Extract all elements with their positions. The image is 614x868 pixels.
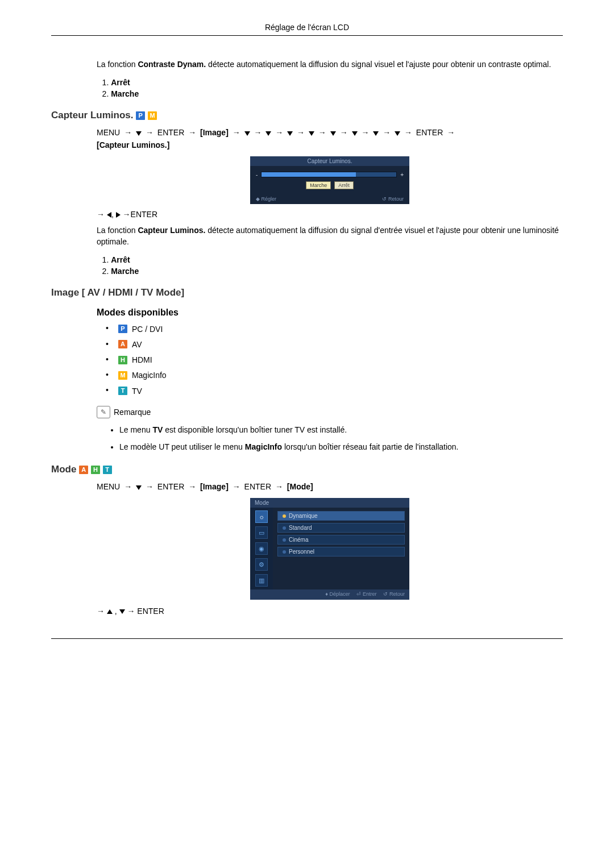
text: Le menu (119, 425, 152, 434)
arrow-icon: → (447, 128, 455, 137)
arrow-icon: → (97, 607, 105, 616)
down-arrow-icon (244, 131, 250, 136)
osd-btn-marche[interactable]: Marche (306, 181, 331, 189)
capteur-options: Arrêt Marche (97, 255, 563, 276)
image-label: [Image] (200, 482, 229, 491)
option-arret: Arrêt (111, 78, 563, 87)
osd2-opt-personnel[interactable]: Personnel (277, 547, 405, 556)
badge-t-icon: T (118, 387, 127, 395)
arrow-icon: → (275, 128, 283, 137)
mode-tv: T TV (113, 385, 563, 395)
arrow-icon: → (254, 128, 262, 137)
mode-pc-dvi: P PC / DVI (113, 323, 563, 333)
down-arrow-icon (395, 131, 400, 136)
badge-t-icon: T (103, 466, 112, 474)
badge-m-icon: M (148, 111, 157, 120)
radio-dot-icon (283, 550, 286, 554)
mode-label: TV (132, 387, 142, 396)
bold-term: MagicInfo (245, 442, 282, 451)
mode-label: AV (132, 340, 142, 349)
text: La fonction (97, 60, 138, 69)
down-arrow-icon (352, 131, 358, 136)
arrow-icon: → (124, 128, 132, 137)
arrow-icon: → (361, 128, 369, 137)
osd-foot-right: ↺ Retour (382, 196, 404, 202)
menu-path-mode: MENU → → ENTER → [Image] → ENTER → [Mode… (97, 481, 563, 493)
image-modes-content: Modes disponibles P PC / DVI A AV H HDMI… (51, 308, 563, 452)
contraste-description: La fonction Contraste Dynam. détecte aut… (97, 59, 563, 70)
option-label: Marche (111, 267, 139, 276)
down-arrow-icon (136, 131, 142, 136)
enter-key: ENTER (416, 128, 443, 137)
badge-m-icon: M (118, 371, 127, 380)
side-icon-sound[interactable]: ◉ (255, 542, 268, 555)
option-marche: Marche (111, 89, 563, 98)
arrow-icon: → (123, 210, 131, 219)
osd2-title: Mode (250, 498, 409, 508)
section-title-capteur: Capteur Luminos. P M (51, 110, 563, 121)
bold-term: TV (152, 425, 163, 434)
nav-keys-mode: → , → ENTER (97, 607, 563, 616)
text: lorsqu'un boîtier réseau fait partie de … (282, 442, 458, 451)
side-icon-multi[interactable]: ▥ (255, 574, 268, 587)
osd2-opt-cinema[interactable]: Cinéma (277, 535, 405, 545)
right-arrow-icon (116, 212, 121, 218)
side-icon-image[interactable]: ☼ (255, 510, 268, 523)
radio-dot-icon (283, 526, 286, 530)
arrow-icon: → (146, 482, 154, 491)
option-marche: Marche (111, 267, 563, 276)
side-icon-setup[interactable]: ⚙ (255, 558, 268, 571)
mode-av: A AV (113, 339, 563, 349)
osd-body: - + Marche Arrêt (250, 166, 409, 195)
osd2-body: ☼ ▭ ◉ ⚙ ▥ Dynamique Standard Cinéma Pers… (250, 508, 409, 589)
osd-mode: Mode ☼ ▭ ◉ ⚙ ▥ Dynamique Standard Cinéma… (250, 498, 409, 600)
mode-label: [Mode] (287, 482, 313, 491)
opt-label: Personnel (289, 549, 314, 555)
arrow-icon: → (188, 128, 196, 137)
image-label: [Image] (200, 128, 229, 137)
text: Retour (388, 196, 404, 202)
mode-hdmi: H HDMI (113, 355, 563, 364)
side-icon-picture[interactable]: ▭ (255, 526, 268, 539)
page-header: Réglage de l'écran LCD (51, 23, 563, 36)
osd2-foot-return: ↺ Retour (383, 591, 405, 597)
notes-list: Le menu TV est disponible lorsqu'un boît… (97, 424, 563, 453)
arrow-icon: → (318, 128, 326, 137)
osd-buttons: Marche Arrêt (256, 181, 404, 189)
option-label: Marche (111, 89, 139, 98)
text: La fonction (97, 226, 138, 235)
arrow-icon: → (146, 128, 154, 137)
mode-label: MagicInfo (132, 371, 167, 380)
subtitle-modes: Modes disponibles (97, 308, 563, 318)
page: Réglage de l'écran LCD La fonction Contr… (0, 0, 614, 662)
slider-fill (262, 172, 356, 177)
osd-btn-arret[interactable]: Arrêt (334, 181, 354, 189)
text: détecte automatiquement la diffusion du … (206, 60, 551, 69)
footer-rule (51, 638, 563, 639)
enter-key: ENTER (157, 128, 184, 137)
down-arrow-icon (265, 131, 271, 136)
text: Retour (389, 591, 405, 597)
osd-slider[interactable]: - + (256, 172, 404, 178)
arrow-icon: → (127, 607, 135, 616)
arrow-icon: → (404, 128, 412, 137)
osd2-opt-standard[interactable]: Standard (277, 523, 405, 533)
note-icon: ✎ (97, 406, 110, 418)
bold-term: Capteur Luminos. (138, 226, 205, 235)
option-label: Arrêt (111, 78, 130, 87)
enter-key: ENTER (157, 482, 184, 491)
osd2-sidebar: ☼ ▭ ◉ ⚙ ▥ (250, 508, 273, 589)
section-title-image-modes: Image [ AV / HDMI / TV Mode] (51, 287, 563, 298)
osd-foot-left: ◆ Régler (256, 196, 276, 202)
badge-h-icon: H (91, 466, 100, 474)
badge-h-icon: H (118, 356, 127, 364)
target-label: [Capteur Luminos.] (97, 140, 169, 149)
osd-title: Capteur Luminos. (250, 156, 409, 166)
menu-key: MENU (97, 482, 120, 491)
text: Régler (262, 196, 277, 202)
capteur-content: MENU → → ENTER → [Image] → → → → → → → →… (51, 127, 563, 276)
section-contraste-dynam: La fonction Contraste Dynam. détecte aut… (51, 59, 563, 98)
down-arrow-icon (287, 131, 293, 136)
menu-path-capteur: MENU → → ENTER → [Image] → → → → → → → →… (97, 127, 563, 151)
osd2-opt-dynamique[interactable]: Dynamique (277, 511, 405, 521)
